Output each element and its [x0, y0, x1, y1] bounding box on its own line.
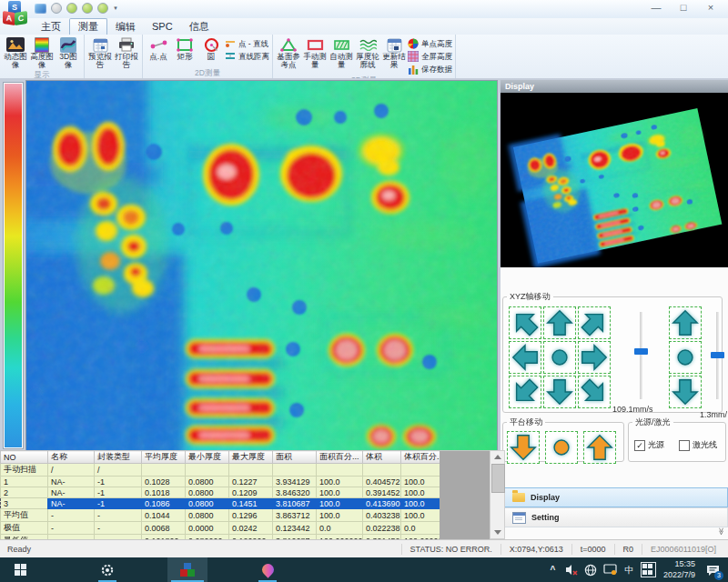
- update-result-button[interactable]: 更新结果: [381, 36, 407, 70]
- single-height-icon: [408, 38, 419, 51]
- notification-center-icon[interactable]: 3: [703, 560, 723, 580]
- scrollbar-thumb[interactable]: [491, 464, 505, 493]
- save-data-icon: [408, 64, 419, 76]
- z-stop-button[interactable]: [669, 341, 702, 374]
- xyz-stop-button[interactable]: [543, 341, 576, 374]
- tray-chevron-icon[interactable]: ^: [545, 560, 561, 580]
- height-image-button[interactable]: 高度图像: [29, 36, 55, 70]
- taskbar-clock[interactable]: 15:35 2022/7/9: [660, 559, 699, 580]
- z-down-button[interactable]: [669, 376, 702, 408]
- table-cell: 100.0: [401, 509, 440, 522]
- screen-share-icon[interactable]: [602, 560, 618, 580]
- platform-down-button[interactable]: [507, 431, 540, 464]
- tab-主页[interactable]: 主页: [33, 19, 69, 35]
- z-up-button[interactable]: [669, 306, 702, 339]
- table-header[interactable]: 名称: [48, 451, 95, 464]
- save-data-button[interactable]: 保存数据: [408, 64, 452, 75]
- thickness-profile-button[interactable]: 厚度轮廓线: [355, 36, 380, 70]
- table-header[interactable]: 体积: [363, 451, 401, 464]
- network-globe-icon[interactable]: [583, 560, 599, 580]
- table-header[interactable]: 面积: [273, 451, 317, 464]
- tab-测量[interactable]: 测量: [69, 18, 107, 35]
- panel-expand-icon[interactable]: ≫: [716, 527, 724, 535]
- taskbar-measure-app[interactable]: [167, 557, 207, 582]
- table-scrollbar[interactable]: [490, 450, 505, 539]
- circle-button[interactable]: 圆: [198, 36, 224, 61]
- preview-report-button[interactable]: 预览报告: [87, 36, 113, 70]
- table-header[interactable]: 封装类型: [95, 451, 142, 464]
- print-report-button[interactable]: 打印报告: [114, 36, 139, 70]
- 3d-image-button[interactable]: 3D图像: [56, 36, 81, 70]
- volume-muted-icon[interactable]: [564, 560, 580, 580]
- maximize-button[interactable]: □: [670, 0, 697, 16]
- table-header[interactable]: 平均厚度: [142, 451, 186, 464]
- single-height-button[interactable]: 单点高度: [408, 38, 452, 50]
- status-dot-icon[interactable]: [51, 3, 62, 14]
- table-cell: /: [48, 464, 95, 477]
- view-3d[interactable]: [500, 93, 728, 267]
- taskbar-settings-app[interactable]: [87, 557, 127, 582]
- xyz-down-button[interactable]: [543, 376, 576, 408]
- checkbox-icon[interactable]: ✓: [634, 440, 645, 451]
- close-button[interactable]: ×: [697, 0, 724, 16]
- xyz-down-left-button[interactable]: [509, 376, 541, 408]
- table-row[interactable]: 1NA--10.10280.08000.12273.934129100.00.4…: [1, 477, 440, 487]
- table-row[interactable]: 极值--0.00680.00000.02420.1234420.00.02223…: [1, 522, 440, 535]
- panel-nav-setting[interactable]: Setting: [500, 507, 728, 527]
- ribbon-toolbar: 动态图像高度图像3D图像显示预览报告打印报告点.点矩形圆点 - 直线直线距离2D…: [0, 35, 728, 79]
- taskbar-paint-app[interactable]: [248, 557, 288, 582]
- dynamic-image-button[interactable]: 动态图像: [3, 36, 28, 70]
- status-dot-icon[interactable]: [66, 3, 77, 14]
- panel-nav-display[interactable]: Display: [500, 487, 728, 507]
- table-header[interactable]: NO: [1, 451, 48, 464]
- z-speed-slider[interactable]: [716, 312, 719, 399]
- table-header[interactable]: 面积百分...: [317, 451, 363, 464]
- point-point-button[interactable]: 点.点: [146, 36, 171, 61]
- table-row[interactable]: 手动扫描//: [1, 464, 440, 477]
- xyz-right-button[interactable]: [578, 341, 611, 374]
- table-row[interactable]: 2NA--10.10180.08000.12093.846320100.00.3…: [1, 487, 440, 498]
- light-checkbox[interactable]: ✓ 光源: [634, 439, 664, 451]
- line-distance-button[interactable]: 直线距离: [225, 51, 269, 63]
- scroll-down-icon[interactable]: [494, 530, 501, 535]
- base-ref-point-button[interactable]: 基面参考点: [276, 36, 301, 70]
- platform-up-button[interactable]: [583, 431, 616, 464]
- table-header[interactable]: 最小厚度: [186, 451, 229, 464]
- start-button[interactable]: [0, 557, 40, 582]
- logo-letter-a: A: [3, 11, 15, 25]
- z-speed-slider-handle[interactable]: [711, 352, 724, 358]
- scroll-up-icon[interactable]: [494, 455, 501, 459]
- point-line-button[interactable]: 点 - 直线: [225, 38, 269, 50]
- xyz-up-left-button[interactable]: [509, 306, 541, 339]
- xyz-up-right-button[interactable]: [578, 306, 611, 339]
- status-dot-icon[interactable]: [97, 3, 108, 14]
- quick-access-dropdown-icon[interactable]: ▼: [113, 5, 118, 11]
- table-row[interactable]: 平均值--0.10440.08000.12963.863712100.00.40…: [1, 509, 440, 522]
- tab-SPC[interactable]: SPC: [144, 19, 181, 35]
- display-panel-titlebar: Display: [500, 80, 728, 93]
- xy-speed-slider-handle[interactable]: [634, 348, 648, 355]
- xyz-down-right-button[interactable]: [578, 376, 611, 408]
- table-row[interactable]: 3NA--10.10860.08000.14513.810687100.00.4…: [1, 498, 440, 509]
- table-header[interactable]: 最大厚度: [229, 451, 273, 464]
- xyz-up-button[interactable]: [543, 306, 576, 339]
- ime-language-indicator[interactable]: 中: [622, 560, 637, 580]
- table-cell: [401, 464, 440, 477]
- manual-measure-button[interactable]: 手动测量: [302, 36, 328, 70]
- status-dot-icon[interactable]: [82, 3, 93, 14]
- full-height-button[interactable]: 全屏高度: [408, 51, 452, 63]
- checkbox-icon[interactable]: [679, 440, 690, 451]
- xy-speed-slider[interactable]: [640, 312, 642, 399]
- rectangle-button[interactable]: 矩形: [172, 36, 197, 61]
- tab-信息[interactable]: 信息: [181, 19, 217, 35]
- laser-checkbox[interactable]: 激光线: [679, 439, 717, 451]
- tab-编辑[interactable]: 编辑: [107, 19, 144, 35]
- platform-stop-button[interactable]: [545, 431, 578, 464]
- auto-measure-button[interactable]: 自动测量: [329, 36, 354, 70]
- minimize-button[interactable]: —: [642, 0, 670, 16]
- xyz-left-button[interactable]: [509, 341, 541, 374]
- ime-keyboard-icon[interactable]: [641, 560, 656, 580]
- quick-access-app-icon[interactable]: [35, 4, 46, 14]
- heatmap-view[interactable]: [25, 80, 498, 452]
- table-header[interactable]: 体积百分...: [401, 451, 440, 464]
